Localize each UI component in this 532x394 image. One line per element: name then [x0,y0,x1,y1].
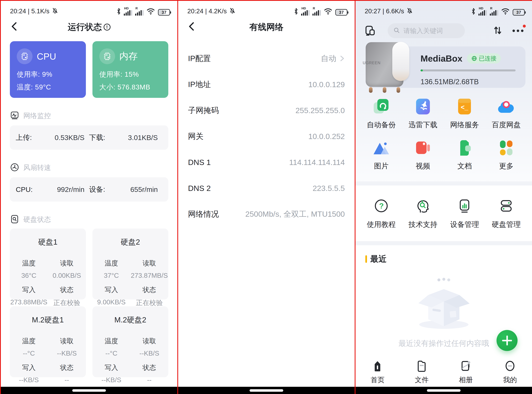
system-nav-strip [178,387,355,394]
row-subnet-mask: 子网掩码 255.255.255.0 [178,97,355,123]
disk-temp-label: 温度 [10,259,48,268]
tool-support[interactable]: 技术支持 [402,198,444,229]
disk-write-label: 写入 [10,363,48,372]
memory-card-title: 内存 [119,50,138,62]
app-thunder-download[interactable]: 迅雷下载 [402,98,444,130]
disk-card-1: 硬盘1 温度 读取 36°C 0.00KB/S 写入 状态 273.88MB/S… [10,228,86,300]
me-icon [504,360,516,373]
wifi-icon [501,8,510,16]
status-bar: 20:24 | 5.1K/s HD R 37 [1,1,177,16]
search-input[interactable] [403,27,488,35]
tool-label: 硬盘管理 [492,220,521,229]
back-button[interactable] [187,21,197,32]
network-monitor-icon [10,111,19,121]
tool-disk-management[interactable]: 硬盘管理 [485,198,527,229]
wifi-icon [146,8,155,16]
row-dns1: DNS 1 114.114.114.114 [178,149,355,175]
app-baidu-netdisk[interactable]: 百度网盘 [485,98,527,130]
composite-screenshots: 20:24 | 5.1K/s HD R 37 [0,0,532,394]
disk-temp-label: 温度 [92,337,130,346]
app-videos[interactable]: 视频 [402,139,444,171]
nav-bar: 有线网络 [178,17,355,37]
globe-icon [471,56,477,61]
fan-icon [10,162,19,173]
disk-read-value: 0.00KB/S [48,272,86,280]
back-button[interactable] [9,21,20,32]
disk-temp-value: --°C [92,349,130,357]
fan-speed-card: CPU: 992r/min 设备: 655r/min [10,177,168,202]
upload-label: 上传: [16,133,44,142]
panel-running-status: 20:24 | 5.1K/s HD R 37 [0,1,177,394]
row-label: DNS 1 [188,158,211,167]
tools-row: ? 使用教程 技术支持 设备管理 [355,186,532,229]
row-value: 114.114.114.114 [289,158,345,167]
disk-write-value: --KB/S [10,376,48,384]
baidu-netdisk-icon [497,98,515,116]
panel-nas-home: 20:27 | 6.6K/s HD R 37 [355,1,532,394]
page-title: 有线网络 [249,21,284,33]
mute-bell-icon [52,7,58,15]
cpu-chip-icon [17,48,32,64]
battery-icon: 37 [335,9,347,16]
more-menu-icon[interactable] [512,23,523,38]
app-documents[interactable]: 文档 [444,139,485,171]
home-indicator[interactable] [250,389,283,392]
memory-size: 大小: 576.83MB [99,83,162,92]
disk-read-value: 273.87MB/S [130,272,168,280]
home-indicator[interactable] [72,389,106,392]
info-icon[interactable]: ! [104,24,110,31]
disk-temp-value: 36°C [10,272,48,280]
network-services-icon: <_ [457,98,472,116]
sort-icon[interactable] [493,26,502,36]
tab-files[interactable]: 文件 [400,358,444,387]
bluetooth-icon [471,8,475,16]
app-auto-backup[interactable]: 自动备份 [360,98,402,130]
storage-usage-text: 136.51MB/2.68TB [421,78,516,86]
system-nav-strip [355,387,532,394]
disk-title: M.2硬盘1 [10,315,86,325]
bluetooth-icon [294,8,298,16]
app-network-services[interactable]: <_ 网络服务 [444,98,485,130]
home-header [355,22,532,39]
tool-label: 使用教程 [367,220,396,229]
disk-title: 硬盘2 [92,237,168,247]
tab-label: 文件 [415,375,428,384]
app-images[interactable]: 图片 [360,139,402,171]
section-fan-speed: 风扇转速 [23,163,51,172]
row-value: 10.0.0.252 [308,132,345,141]
tab-me[interactable]: 我的 [488,358,532,387]
row-label: 网关 [188,131,203,141]
tab-album[interactable]: 相册 [444,358,488,387]
system-nav-strip [1,387,177,394]
device-switch-icon[interactable] [364,24,376,37]
cpu-metric-card: CPU 使用率: 9% 温度: 59°C [10,41,86,98]
tool-tutorial[interactable]: ? 使用教程 [360,198,402,229]
add-fab-button[interactable] [496,330,517,351]
nas-device-image: UGREEN [360,41,412,93]
memory-metric-card: 内存 使用率: 15% 大小: 576.83MB [92,41,168,98]
app-more[interactable]: 更多 [485,139,527,171]
row-value: 自动 [321,53,336,64]
disk-write-value: 9.00KB/S [92,298,130,307]
documents-icon [457,139,472,157]
search-bar[interactable] [388,23,465,38]
app-shortcut-grid: 自动备份 迅雷下载 <_ 网络服务 百度网盘 [355,98,532,171]
disk-temp-value: 37°C [92,272,130,280]
row-value: 10.0.0.129 [308,80,345,89]
network-speed-card: 上传: 0.53KB/S 下载: 3.01KB/S [10,125,168,150]
tab-home[interactable]: 首页 [355,358,400,387]
app-label: 视频 [416,161,430,171]
signal-sim2-icon: R [490,7,498,16]
device-card[interactable]: UGREEN MediaBox 已连接 136.51MB/2.68TB [366,47,525,88]
home-indicator[interactable] [427,389,461,392]
support-icon [415,198,431,214]
memory-chip-icon [99,48,115,64]
tab-label: 相册 [459,375,473,384]
row-label: IP地址 [188,79,211,90]
disk-read-label: 读取 [48,337,86,346]
row-gateway: 网关 10.0.0.252 [178,123,355,149]
row-ip-config[interactable]: IP配置 自动 [178,46,355,71]
disk-management-icon [499,198,514,214]
wifi-icon [324,8,332,16]
tool-device-management[interactable]: 设备管理 [444,198,485,229]
